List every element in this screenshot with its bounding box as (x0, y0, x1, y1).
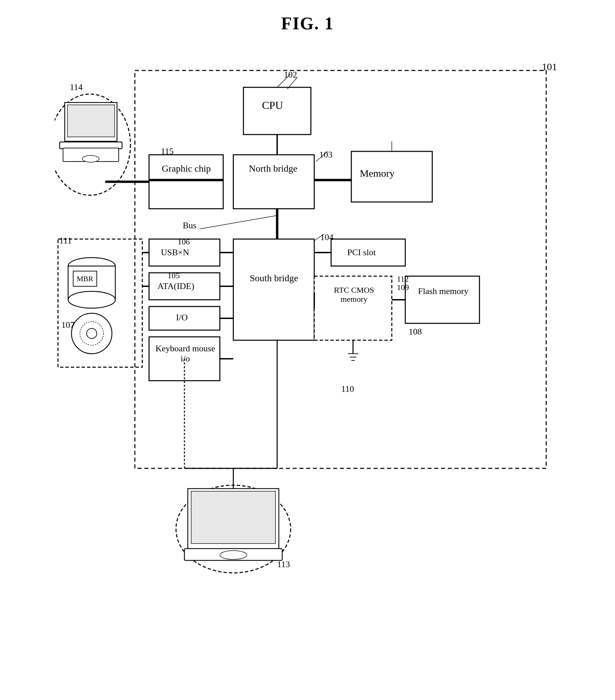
svg-rect-31 (68, 266, 115, 300)
svg-rect-55 (191, 491, 275, 543)
svg-rect-2 (233, 155, 314, 209)
ref-115: 115 (161, 146, 174, 157)
ref-112: 112 (397, 274, 409, 284)
cpu-label: CPU (262, 99, 283, 112)
bus-label: Bus (183, 221, 196, 230)
svg-point-53 (82, 155, 99, 162)
ref-114: 114 (70, 82, 83, 92)
ref-107: 107 (61, 320, 75, 330)
svg-point-37 (80, 322, 103, 345)
wiring-diagram: MBR (55, 50, 560, 657)
svg-text:MBR: MBR (77, 274, 93, 283)
svg-point-30 (68, 258, 115, 274)
page-title: FIG. 1 (281, 13, 334, 33)
ata-label: ATA(IDE) (158, 281, 194, 291)
svg-point-57 (220, 551, 247, 559)
io-label: I/O (176, 313, 188, 323)
svg-rect-12 (405, 276, 479, 323)
svg-rect-29 (58, 239, 142, 367)
ref-108: 108 (409, 327, 422, 337)
flash-memory-label: Flash memory (412, 286, 474, 296)
svg-rect-52 (63, 148, 119, 162)
svg-point-32 (68, 291, 115, 308)
usb-label: USB×N (161, 248, 189, 258)
svg-point-35 (72, 313, 112, 354)
svg-rect-48 (65, 102, 117, 141)
svg-point-36 (87, 328, 97, 339)
keyboard-label: Keyboard mouse i/o (154, 343, 216, 364)
svg-rect-50 (60, 142, 122, 149)
svg-line-47 (200, 215, 277, 229)
svg-rect-0 (135, 71, 546, 468)
diagram-container: MBR (55, 50, 560, 657)
ref-101: 101 (542, 61, 557, 73)
svg-rect-56 (185, 549, 282, 560)
svg-rect-5 (233, 239, 314, 340)
svg-rect-4 (149, 155, 223, 209)
svg-rect-49 (67, 105, 115, 137)
pci-label: PCI slot (347, 248, 376, 258)
ref-105: 105 (167, 271, 180, 280)
ref-111: 111 (59, 236, 72, 246)
svg-point-28 (55, 94, 130, 195)
ref-104: 104 (320, 232, 334, 242)
ref-102: 102 (284, 70, 297, 80)
ref-113: 113 (277, 559, 290, 570)
graphic-chip-label: Graphic chip (155, 163, 217, 174)
rtc-cmos-label: RTC CMOS memory (322, 286, 386, 304)
north-bridge-label: North bridge (239, 163, 307, 174)
ref-110: 110 (341, 384, 354, 394)
memory-label: Memory (360, 167, 394, 179)
ref-106: 106 (178, 237, 190, 247)
svg-rect-54 (188, 489, 279, 549)
ref-109: 109 (397, 283, 409, 292)
south-bridge-label: South bridge (241, 273, 307, 284)
svg-rect-33 (73, 271, 97, 286)
ref-103: 103 (319, 150, 332, 160)
svg-point-42 (176, 485, 291, 573)
